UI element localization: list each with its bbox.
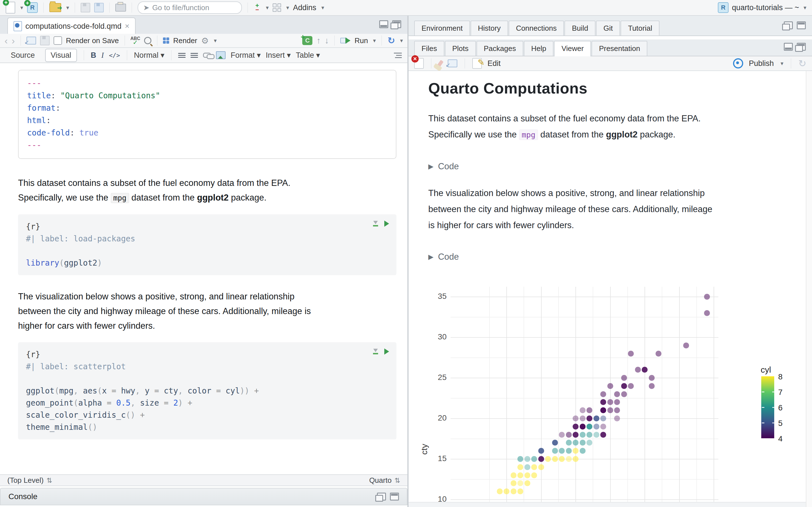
project-selector[interactable]: R quarto-tutorials — ~ ▾ — [718, 2, 806, 13]
edit-button[interactable]: Edit — [488, 59, 501, 68]
editor-paragraph-1[interactable]: This dataset contains a subset of the fu… — [18, 176, 396, 205]
maximize-pane-icon[interactable] — [392, 20, 401, 28]
y-axis-title: cty — [419, 444, 429, 455]
run-chunk-icon[interactable] — [384, 221, 389, 227]
code-fold-toggle-2[interactable]: ▶ Code — [428, 252, 805, 262]
visual-mode-button[interactable]: Visual — [45, 49, 77, 62]
open-file-button[interactable]: ➜ — [49, 3, 61, 12]
workspace-panes-button[interactable] — [273, 3, 281, 12]
run-chunks-above-icon[interactable] — [373, 349, 378, 354]
render-on-save-checkbox[interactable] — [54, 36, 62, 45]
broom-icon[interactable] — [437, 60, 444, 67]
env-maximize-icon[interactable] — [797, 21, 806, 29]
render-settings-caret[interactable]: ▾ — [214, 37, 216, 44]
tab-packages[interactable]: Packages — [476, 41, 523, 56]
addins-button[interactable]: Addins — [293, 3, 316, 12]
collapsed-triangle-icon: ▶ — [428, 253, 434, 261]
addins-caret[interactable]: ▾ — [321, 4, 324, 11]
insert-menu[interactable]: Insert ▾ — [266, 51, 291, 60]
new-file-caret[interactable]: ▾ — [20, 4, 23, 11]
goto-file-input[interactable]: ➤ Go to file/function — [138, 1, 242, 14]
edit-icon[interactable] — [472, 58, 482, 69]
go-next-section-icon[interactable]: ↓ — [324, 36, 329, 45]
tab-build[interactable]: Build — [564, 20, 596, 36]
tab-tutorial[interactable]: Tutorial — [620, 20, 659, 36]
back-icon[interactable]: ‹ — [4, 36, 8, 45]
run-button[interactable]: Run — [354, 36, 368, 45]
env-restore-icon[interactable] — [784, 21, 793, 29]
open-new-window-icon[interactable] — [27, 37, 36, 45]
editor-paragraph-2[interactable]: The visualization below shows a positive… — [18, 289, 396, 333]
viewer-content: Quarto Computations This dataset contain… — [409, 71, 812, 507]
code-format-button[interactable]: </> — [109, 52, 120, 59]
source-caret[interactable]: ▾ — [400, 37, 403, 44]
editor-tab[interactable]: computations-code-fold.qmd × — [7, 17, 136, 34]
spellcheck-icon[interactable]: ABC✓ — [131, 37, 140, 45]
rendered-paragraph-1: This dataset contains a subset of the fu… — [428, 110, 805, 143]
link-icon[interactable] — [203, 53, 211, 58]
bullet-list-icon[interactable] — [178, 53, 186, 58]
save-button[interactable] — [81, 3, 90, 12]
code-fold-toggle-1[interactable]: ▶ Code — [428, 161, 805, 172]
bold-button[interactable]: B — [91, 51, 96, 60]
tab-environment[interactable]: Environment — [414, 20, 470, 36]
right-column: Environment History Connections Build Gi… — [409, 16, 812, 507]
console-maximize-icon[interactable] — [390, 493, 399, 501]
editor-canvas[interactable]: ---title: "Quarto Computations"format: h… — [0, 63, 407, 474]
run-caret[interactable]: ▾ — [373, 37, 376, 44]
print-button[interactable] — [115, 4, 126, 11]
rendered-paragraph-2: The visualization below shows a positive… — [428, 185, 805, 233]
source-mode-button[interactable]: Source — [6, 49, 40, 61]
publish-button[interactable]: Publish — [749, 59, 774, 68]
format-menu[interactable]: Format ▾ — [231, 51, 261, 60]
viewer-minimize-icon[interactable] — [784, 43, 793, 51]
go-previous-section-icon[interactable]: ↑ — [316, 36, 320, 45]
render-button[interactable]: Render — [173, 36, 197, 45]
workspace-panes-caret[interactable]: ▾ — [286, 4, 289, 11]
run-chunks-above-icon[interactable] — [373, 221, 378, 226]
version-control-caret[interactable]: ▾ — [266, 4, 269, 11]
viewer-refresh-icon[interactable]: ↻ — [799, 58, 807, 69]
tab-git[interactable]: Git — [596, 20, 620, 36]
save-all-button[interactable] — [94, 3, 104, 12]
tab-presentation[interactable]: Presentation — [592, 41, 647, 56]
version-control-button[interactable]: +− — [253, 3, 261, 12]
image-icon[interactable] — [216, 51, 225, 59]
code-chunk-scatterplot[interactable]: {r}#| label: scatterplot ggplot(mpg, aes… — [18, 342, 396, 439]
open-recent-caret[interactable]: ▾ — [66, 4, 69, 11]
italic-button[interactable]: I — [101, 51, 104, 60]
console-pane-header[interactable]: Console — [0, 488, 407, 505]
viewer-maximize-icon[interactable] — [797, 43, 806, 51]
viewer-scrollbar[interactable] — [806, 71, 812, 507]
viewer-clear-icon[interactable] — [414, 58, 424, 69]
tab-viewer[interactable]: Viewer — [554, 41, 591, 56]
new-project-button[interactable]: R+ — [27, 2, 38, 13]
outline-location-selector[interactable]: (Top Level)⇅ — [7, 476, 52, 485]
tab-help[interactable]: Help — [524, 41, 553, 56]
tab-history[interactable]: History — [470, 20, 508, 36]
find-replace-icon[interactable] — [144, 37, 151, 44]
code-chunk-load-packages[interactable]: {r}#| label: load-packages library(ggplo… — [18, 214, 396, 275]
numbered-list-icon[interactable] — [191, 53, 198, 58]
tab-plots[interactable]: Plots — [445, 41, 476, 56]
tab-connections[interactable]: Connections — [509, 20, 564, 36]
viewer-pane-tab-bar: Files Plots Packages Help Viewer Present… — [409, 40, 812, 56]
run-chunk-icon[interactable] — [384, 348, 389, 355]
yaml-front-matter[interactable]: ---title: "Quarto Computations"format: h… — [18, 70, 396, 159]
viewer-popout-icon[interactable] — [448, 59, 457, 67]
paragraph-style-dropdown[interactable]: Normal ▾ — [134, 51, 164, 60]
editor-save-icon[interactable] — [40, 36, 50, 45]
publish-caret[interactable]: ▾ — [780, 60, 783, 67]
table-menu[interactable]: Table ▾ — [296, 51, 320, 60]
minimize-pane-icon[interactable] — [379, 20, 388, 28]
tab-close-icon[interactable]: × — [125, 22, 130, 31]
insert-chunk-button[interactable]: C — [302, 36, 312, 45]
new-file-button[interactable]: + — [6, 2, 15, 13]
file-type-selector[interactable]: Quarto⇅ — [369, 476, 400, 485]
forward-icon[interactable]: › — [11, 36, 15, 45]
render-settings-gear-icon[interactable]: ⚙ — [201, 36, 209, 46]
source-rerun-icon[interactable]: ↻ — [388, 35, 395, 46]
console-restore-icon[interactable] — [377, 493, 386, 501]
tab-files[interactable]: Files — [414, 41, 444, 56]
outline-toggle-icon[interactable] — [394, 53, 402, 58]
